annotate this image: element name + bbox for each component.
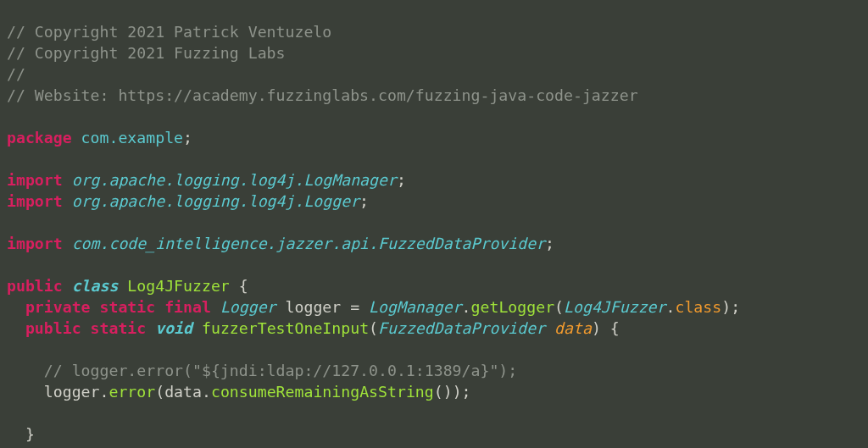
param-data: data — [554, 319, 592, 337]
comment-line: // Copyright 2021 Patrick Ventuzelo — [7, 23, 331, 41]
dot: . — [100, 383, 109, 401]
keyword-static: static — [91, 319, 147, 337]
comment-line: // — [7, 65, 25, 83]
comment-line: // Website: https://academy.fuzzinglabs.… — [7, 86, 638, 104]
ref-data: data — [164, 383, 202, 401]
method-fuzzer: fuzzerTestOneInput — [202, 319, 369, 337]
dot: . — [202, 383, 211, 401]
class-name: Log4JFuzzer — [127, 277, 229, 295]
comment-line: // Copyright 2021 Fuzzing Labs — [7, 44, 286, 62]
keyword-import: import — [7, 235, 63, 252]
type-ref: Log4JFuzzer — [564, 298, 665, 316]
commented-code: // logger.error("${jndi:ldap://127.0.0.1… — [44, 362, 517, 379]
method-error: error — [108, 383, 155, 401]
import-path: org.apache.logging.log4j.LogManager — [72, 171, 397, 189]
close-paren: ) — [721, 298, 731, 316]
open-paren: ( — [369, 319, 378, 337]
open-brace: { — [230, 277, 248, 295]
space — [63, 192, 72, 210]
type-fdp: FuzzedDataProvider — [378, 319, 545, 337]
indent — [7, 298, 25, 316]
space — [211, 298, 220, 316]
import-path: com.code_intelligence.jazzer.api.FuzzedD… — [72, 235, 545, 252]
space — [81, 319, 91, 337]
close-paren: ) — [453, 383, 462, 401]
indent — [7, 425, 25, 443]
space — [63, 235, 72, 252]
keyword-import: import — [7, 171, 63, 189]
open-paren: ( — [155, 383, 164, 401]
space — [276, 298, 286, 316]
keyword-class: class — [72, 277, 119, 295]
indent — [7, 362, 44, 379]
dot: . — [666, 298, 676, 316]
equals: = — [341, 298, 369, 316]
var-logger: logger — [286, 298, 342, 316]
import-path: org.apache.logging.log4j.Logger — [72, 192, 359, 210]
space — [146, 319, 155, 337]
semicolon: ; — [183, 129, 192, 147]
keyword-import: import — [7, 192, 63, 210]
semicolon: ; — [462, 383, 471, 401]
code-editor[interactable]: // Copyright 2021 Patrick Ventuzelo // C… — [0, 0, 868, 448]
class-keyword: class — [675, 298, 721, 316]
ref-logger: logger — [44, 383, 100, 401]
package-name: com.example — [81, 129, 183, 147]
space — [72, 129, 81, 147]
space — [63, 277, 72, 295]
keyword-static: static — [100, 298, 156, 316]
method-consume: consumeRemainingAsString — [211, 383, 434, 401]
keyword-void: void — [155, 319, 192, 337]
type-logmanager: LogManager — [369, 298, 462, 316]
open-paren: ( — [554, 298, 564, 316]
space — [91, 298, 100, 316]
open-brace: { — [601, 319, 620, 337]
keyword-private: private — [25, 298, 91, 316]
type-logger: Logger — [220, 298, 276, 316]
semicolon: ; — [545, 235, 554, 252]
space — [545, 319, 554, 337]
indent — [7, 319, 25, 337]
close-brace: } — [25, 425, 35, 443]
semicolon: ; — [731, 298, 740, 316]
keyword-final: final — [164, 298, 211, 316]
semicolon: ; — [397, 171, 406, 189]
space — [63, 171, 72, 189]
dot: . — [462, 298, 471, 316]
space — [155, 298, 164, 316]
close-paren: ) — [592, 319, 601, 337]
empty-args: () — [434, 383, 453, 401]
space — [118, 277, 127, 295]
keyword-public: public — [7, 277, 63, 295]
keyword-package: package — [7, 129, 72, 147]
method-getlogger: getLogger — [471, 298, 555, 316]
semicolon: ; — [359, 192, 369, 210]
space — [192, 319, 202, 337]
indent — [7, 383, 44, 401]
keyword-public: public — [25, 319, 81, 337]
